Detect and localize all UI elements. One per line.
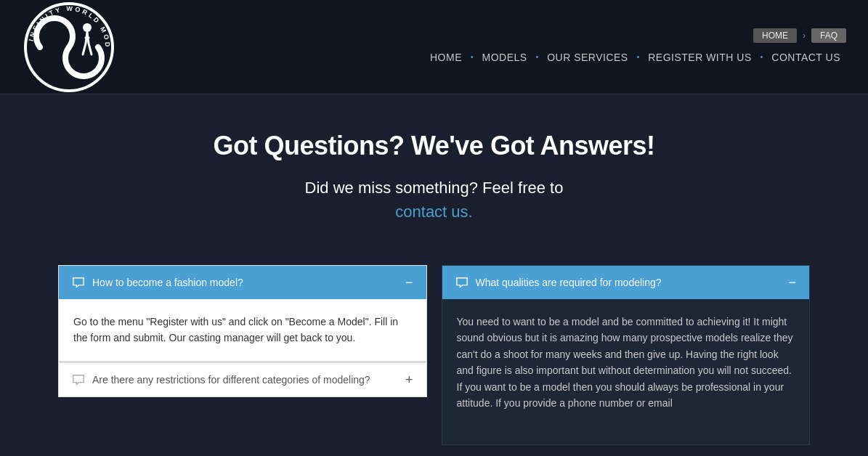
logo-area: INFINITY WORLD MODELS xyxy=(22,0,182,94)
svg-point-1 xyxy=(83,23,92,32)
nav-home[interactable]: HOME xyxy=(424,49,468,66)
hero-subtitle: Did we miss something? Feel free to xyxy=(15,176,853,200)
chat-icon-3 xyxy=(455,276,469,289)
nav-dot-2: • xyxy=(536,53,539,61)
faq-right-column: What qualities are required for modeling… xyxy=(442,265,811,445)
faq-toggle-plus-2[interactable]: + xyxy=(405,373,413,386)
chat-icon-2 xyxy=(72,373,85,386)
nav-links: HOME • MODELS • OUR SERVICES • REGISTER … xyxy=(424,49,846,66)
main-navigation: HOME › FAQ HOME • MODELS • OUR SERVICES … xyxy=(182,28,846,66)
nav-dot-3: • xyxy=(637,53,640,61)
hero-section: Got Questions? We've Got Answers! Did we… xyxy=(0,94,868,251)
chat-icon xyxy=(72,276,85,289)
nav-dot-4: • xyxy=(760,53,763,61)
nav-register[interactable]: REGISTER WITH US xyxy=(642,49,758,66)
faq-left-column: How to become a fashion model? − Go to t… xyxy=(58,265,427,445)
nav-services[interactable]: OUR SERVICES xyxy=(541,49,634,66)
site-header: INFINITY WORLD MODELS HOME › FAQ HOME • … xyxy=(0,0,868,94)
faq-answer-qualities: You need to want to be a model and be co… xyxy=(442,299,810,444)
faq-answer-fashion-model: Go to the menu "Register with us" and cl… xyxy=(59,299,426,361)
faq-section: How to become a fashion model? − Go to t… xyxy=(0,251,868,456)
faq-question-fashion-model[interactable]: How to become a fashion model? − xyxy=(59,266,426,299)
hero-title: Got Questions? We've Got Answers! xyxy=(15,131,853,161)
nav-dot-1: • xyxy=(471,53,474,61)
contact-us-link[interactable]: contact us. xyxy=(15,203,853,221)
breadcrumb-separator: › xyxy=(803,30,806,41)
breadcrumb-current: FAQ xyxy=(811,28,846,43)
nav-models[interactable]: MODELS xyxy=(476,49,533,66)
breadcrumb: HOME › FAQ xyxy=(753,28,846,43)
faq-question-qualities[interactable]: What qualities are required for modeling… xyxy=(442,266,810,299)
faq-question-restrictions[interactable]: Are there any restrictions for different… xyxy=(59,362,426,396)
faq-question-text-1: How to become a fashion model? xyxy=(92,277,243,288)
faq-toggle-minus-1[interactable]: − xyxy=(405,276,413,289)
faq-question-text-2: Are there any restrictions for different… xyxy=(92,374,370,386)
logo[interactable]: INFINITY WORLD MODELS xyxy=(22,0,116,94)
breadcrumb-home[interactable]: HOME xyxy=(753,28,797,43)
faq-item-fashion-model: How to become a fashion model? − Go to t… xyxy=(58,265,427,362)
faq-item-qualities: What qualities are required for modeling… xyxy=(442,265,811,445)
nav-contact[interactable]: CONTACT US xyxy=(766,49,846,66)
faq-question-text-3: What qualities are required for modeling… xyxy=(476,277,662,288)
faq-toggle-minus-3[interactable]: − xyxy=(788,276,796,289)
faq-item-restrictions: Are there any restrictions for different… xyxy=(58,362,427,397)
